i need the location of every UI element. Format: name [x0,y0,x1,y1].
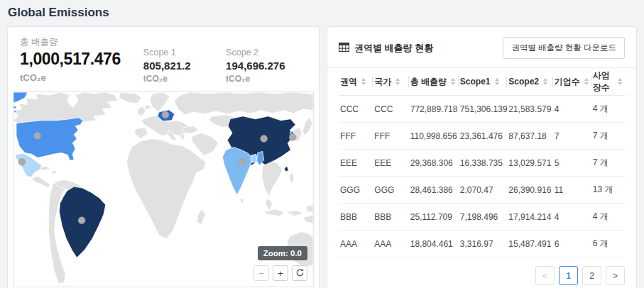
cell-scope2: 21,583.579 [507,96,552,123]
column-header-country[interactable]: 국가 [373,68,408,96]
cell-scope1: 3,316.97 [459,231,508,257]
cell-total: 29,368.306 [409,150,459,177]
map-region-russia [174,92,313,115]
cell-companies: 11 [553,177,591,204]
pagination-page-1[interactable]: 1 [559,266,578,285]
cell-total: 772,889.718 [409,96,459,123]
total-emissions-value: 1,000,517.476 tCO₂e [20,51,143,84]
sort-icon[interactable] [395,78,400,85]
scope-summary-group: Scope 1 805,821.2 tCO₂e Scope 2 194,696.… [143,48,307,84]
table-row[interactable]: BBBBBB25,112.7097,198.49617,914.21444 개 [339,204,625,231]
regional-emissions-panel: 권역별 배출량 현황 권역별 배출량 현황 다운로드 권역 국가 총 배출량 S… [327,26,637,288]
map-marker[interactable] [289,134,296,141]
cell-companies: 4 [553,96,591,123]
cell-country: AAA [373,231,408,257]
map-marker[interactable] [34,133,41,140]
scope1-unit: tCO₂e [143,74,168,84]
cell-total: 28,461.386 [409,177,459,204]
cell-region: CCC [339,96,373,123]
map-marker[interactable] [261,135,268,143]
panels-row: 총 배출량 1,000,517.476 tCO₂e Scope 1 805,82… [7,26,637,288]
scope2-group: Scope 2 194,696.276 tCO₂e [226,48,307,84]
cell-sites: 13 개 [591,177,625,204]
regional-panel-title-group: 권역별 배출량 현황 [339,42,433,55]
pagination-next-button[interactable]: > [606,266,625,285]
map-marker[interactable] [239,158,246,165]
regional-emissions-table: 권역 국가 총 배출량 Scope1 Scope2 기업수 사업장수 CCCCC… [339,68,625,257]
map-zoom-controls: − + [253,265,307,281]
cell-companies: 6 [553,231,591,257]
column-header-scope1[interactable]: Scope1 [459,68,508,96]
table-row[interactable]: EEEEEE29,368.30616,338.73513,029.57157 개 [339,150,625,177]
cell-sites: 7 개 [591,123,625,150]
reset-icon [295,268,305,279]
pagination-page-2[interactable]: 2 [582,266,601,285]
scope1-group: Scope 1 805,821.2 tCO₂e [143,48,213,84]
table-row[interactable]: AAAAAA18,804.4613,316.9715,487.49166 개 [339,231,625,257]
zoom-in-button[interactable]: + [273,265,288,281]
cell-total: 110,998.656 [409,123,459,150]
cell-country: BBB [373,204,408,231]
world-choropleth-map[interactable]: Zoom: 0.0 − + [13,92,314,287]
cell-scope1: 23,361.476 [459,123,508,150]
table-row[interactable]: FFFFFF110,998.65623,361.47687,637.1877 개 [339,123,625,150]
cell-region: GGG [339,177,373,204]
cell-country: GGG [373,177,408,204]
pagination: < 1 2 > [339,266,625,285]
sort-icon[interactable] [618,78,622,85]
sort-icon[interactable] [584,78,589,85]
column-header-scope2[interactable]: Scope2 [507,68,552,96]
pagination-prev-button[interactable]: < [535,266,555,285]
zoom-level-tooltip: Zoom: 0.0 [258,246,307,260]
cell-sites: 6 개 [591,231,625,257]
map-marker[interactable] [18,158,26,165]
cell-scope1: 16,338.735 [459,150,508,177]
sort-icon[interactable] [495,78,499,85]
zoom-reset-button[interactable] [292,265,307,281]
cell-scope1: 751,306.139 [459,96,508,123]
cell-region: BBB [339,204,373,231]
sort-icon[interactable] [543,78,547,85]
scope1-label: Scope 1 [143,48,213,57]
cell-companies: 7 [553,123,591,150]
cell-region: EEE [339,150,373,177]
cell-sites: 7 개 [591,150,625,177]
cell-country: EEE [373,150,408,177]
column-header-companies[interactable]: 기업수 [553,68,591,96]
regional-panel-header: 권역별 배출량 현황 권역별 배출량 현황 다운로드 [327,35,636,68]
cell-region: AAA [339,231,373,257]
cell-scope2: 13,029.571 [507,150,552,177]
map-region-hispaniola [51,170,56,174]
table-row[interactable]: CCCCCC772,889.718751,306.13921,583.57944… [339,96,625,123]
cell-region: FFF [339,123,373,150]
dashboard-page: Global Emissions 총 배출량 1,000,517.476 tCO… [0,0,644,288]
table-icon [339,43,349,54]
zoom-out-button[interactable]: − [253,265,269,281]
map-country-bangladesh[interactable] [251,154,258,162]
cell-scope2: 15,487.491 [507,231,552,257]
column-header-region[interactable]: 권역 [339,68,373,96]
column-header-total[interactable]: 총 배출량 [409,68,459,96]
total-emissions-label: 총 배출량 [20,36,143,48]
emissions-summary: 총 배출량 1,000,517.476 tCO₂e Scope 1 805,82… [13,36,314,84]
map-marker[interactable] [78,217,85,224]
map-marker[interactable] [162,111,169,118]
total-emissions-unit: tCO₂e [20,72,46,83]
cell-country: CCC [373,96,408,123]
scope2-label: Scope 2 [226,48,307,57]
table-header-row: 권역 국가 총 배출량 Scope1 Scope2 기업수 사업장수 [339,68,625,96]
cell-scope2: 26,390.916 [507,177,552,204]
download-button[interactable]: 권역별 배출량 현황 다운로드 [503,37,625,59]
column-header-sites[interactable]: 사업장수 [591,68,625,96]
cell-sites: 4 개 [591,96,625,123]
cell-sites: 4 개 [591,204,625,231]
table-row[interactable]: GGGGGG28,461.3862,070.4726,390.9161113 개 [339,177,625,204]
cell-scope2: 87,637.18 [507,123,552,150]
scope2-unit: tCO₂e [226,74,250,84]
regional-panel-title: 권역별 배출량 현황 [354,42,433,55]
sort-icon[interactable] [361,78,366,85]
global-emissions-map-panel: 총 배출량 1,000,517.476 tCO₂e Scope 1 805,82… [7,26,320,288]
sort-icon[interactable] [451,78,455,85]
cell-scope1: 2,070.47 [459,177,508,204]
cell-country: FFF [373,123,408,150]
